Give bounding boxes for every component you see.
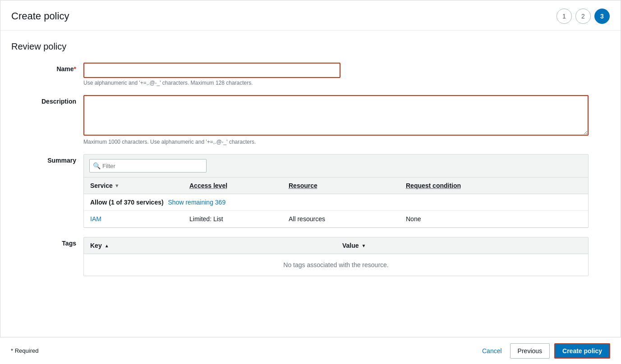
previous-button[interactable]: Previous <box>510 343 550 359</box>
allow-text: Allow (1 of 370 services) <box>90 199 164 206</box>
description-label: Description <box>11 95 83 105</box>
filter-input[interactable] <box>89 159 207 173</box>
search-icon: 🔍 <box>93 162 101 169</box>
table-row: IAM Limited: List All resources None <box>84 211 588 228</box>
description-textarea[interactable] <box>83 95 589 136</box>
value-column-header[interactable]: Value ▼ <box>336 237 588 254</box>
tags-label: Tags <box>11 237 83 247</box>
description-hint: Maximum 1000 characters. Use alphanumeri… <box>83 139 589 145</box>
footer: * Required Cancel Previous Create policy <box>0 337 621 364</box>
cancel-button[interactable]: Cancel <box>478 347 506 355</box>
service-column-header[interactable]: Service ▼ <box>84 177 183 194</box>
page-title: Create policy <box>11 10 69 22</box>
resource-cell: All resources <box>282 211 400 227</box>
allow-row: Allow (1 of 370 services) Show remaining… <box>84 194 588 211</box>
request-condition-column-header[interactable]: Request condition <box>400 177 588 194</box>
footer-buttons: Cancel Previous Create policy <box>478 343 610 359</box>
tags-table: Key ▲ Value ▼ No tags associated with th… <box>83 237 589 276</box>
step-2: 2 <box>575 9 591 24</box>
create-policy-button[interactable]: Create policy <box>554 343 610 359</box>
service-cell[interactable]: IAM <box>84 211 183 227</box>
steps-indicator: 1 2 3 <box>557 9 610 24</box>
key-column-header[interactable]: Key ▲ <box>84 237 336 254</box>
step-3: 3 <box>594 9 610 24</box>
step-1: 1 <box>557 9 572 24</box>
name-input[interactable] <box>83 63 340 78</box>
access-level-cell: Limited: List <box>183 211 282 227</box>
name-hint: Use alphanumeric and '+=,.@-_' character… <box>83 80 589 86</box>
access-level-column-header[interactable]: Access level <box>183 177 282 194</box>
show-remaining-link[interactable]: Show remaining 369 <box>168 199 226 206</box>
required-note: * Required <box>11 347 38 354</box>
tags-header: Key ▲ Value ▼ <box>84 237 588 254</box>
service-sort-icon: ▼ <box>115 183 120 188</box>
tags-empty-message: No tags associated with the resource. <box>84 254 588 276</box>
name-label: Name* <box>11 63 83 73</box>
section-title: Review policy <box>11 41 610 52</box>
key-sort-icon: ▲ <box>105 243 109 248</box>
value-sort-icon: ▼ <box>362 243 366 248</box>
summary-table: 🔍 Service ▼ Access level <box>83 154 589 228</box>
summary-label: Summary <box>11 154 83 164</box>
resource-column-header[interactable]: Resource <box>282 177 400 194</box>
table-header: Service ▼ Access level Resource Request … <box>84 177 588 194</box>
request-condition-cell: None <box>400 211 588 227</box>
filter-bar: 🔍 <box>84 155 588 177</box>
